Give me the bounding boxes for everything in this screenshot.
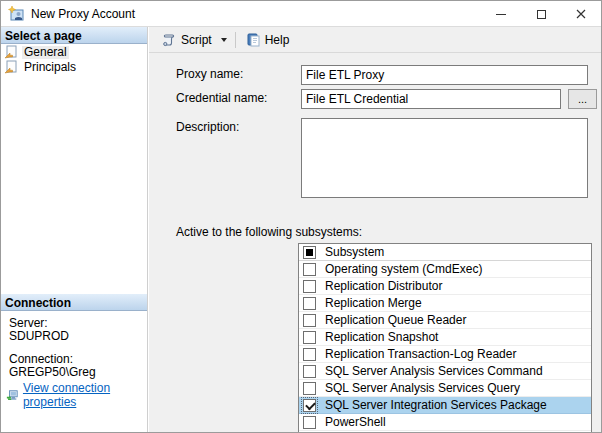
page-icon: [4, 60, 18, 74]
subsystem-label: Replication Transaction-Log Reader: [325, 347, 516, 362]
script-button[interactable]: Script: [156, 28, 217, 52]
sidebar-item-label: General: [22, 46, 69, 59]
subsystem-row[interactable]: Replication Queue Reader: [299, 312, 591, 329]
view-connection-properties-link[interactable]: View connection properties: [6, 381, 147, 409]
page-icon: [4, 45, 18, 59]
subsystem-row[interactable]: SQL Server Analysis Services Query: [299, 380, 591, 397]
connection-properties-icon: [6, 388, 19, 403]
window-titlebar: New Proxy Account: [1, 1, 601, 27]
subsystem-row[interactable]: SQL Server Integration Services Package: [299, 397, 591, 414]
credential-name-input[interactable]: [301, 89, 561, 109]
subsystem-row[interactable]: PowerShell: [299, 414, 591, 431]
server-value: SDUPROD: [9, 330, 69, 343]
connection-value: GREGP50\Greg: [9, 366, 96, 379]
new-proxy-account-dialog: New Proxy Account Select a page General …: [0, 0, 602, 433]
script-dropdown-button[interactable]: [217, 35, 231, 45]
subsystem-checkbox[interactable]: [303, 331, 316, 344]
subsystem-row[interactable]: Replication Transaction-Log Reader: [299, 346, 591, 363]
main-panel: Script Help Proxy name: Credential name:…: [149, 27, 601, 432]
toolbar-separator: [235, 32, 236, 48]
credential-browse-button[interactable]: ...: [568, 89, 597, 109]
subsystem-row[interactable]: Replication Merge: [299, 295, 591, 312]
subsystem-column-header: Subsystem: [325, 245, 384, 260]
window-title: New Proxy Account: [31, 7, 135, 21]
description-label: Description:: [176, 120, 239, 134]
maximize-button[interactable]: [521, 1, 561, 27]
subsystems-caption: Active to the following subsystems:: [176, 225, 362, 239]
proxy-name-input[interactable]: [301, 65, 588, 85]
subsystem-row[interactable]: Replication Snapshot: [299, 329, 591, 346]
sidebar-item-label: Principals: [22, 61, 78, 74]
subsystem-checkbox[interactable]: [303, 297, 316, 310]
subsystem-label: Replication Snapshot: [325, 330, 438, 345]
subsystem-checkbox[interactable]: [303, 348, 316, 361]
minimize-icon: [496, 14, 506, 15]
subsystem-checkbox[interactable]: [303, 399, 316, 412]
script-button-label: Script: [181, 33, 212, 47]
subsystem-row[interactable]: Operating system (CmdExec): [299, 261, 591, 278]
subsystem-checkbox[interactable]: [303, 314, 316, 327]
chevron-down-icon: [221, 38, 227, 42]
select-all-checkbox[interactable]: [303, 246, 316, 259]
subsystem-checkbox[interactable]: [303, 263, 316, 276]
close-icon: [576, 9, 586, 19]
subsystem-label: Replication Queue Reader: [325, 313, 466, 328]
subsystem-list-body: Operating system (CmdExec)Replication Di…: [299, 261, 591, 431]
subsystem-row[interactable]: Replication Distributor: [299, 278, 591, 295]
toolbar: Script Help: [149, 27, 601, 53]
subsystem-list: Subsystem Operating system (CmdExec)Repl…: [298, 243, 592, 433]
subsystem-row[interactable]: SQL Server Analysis Services Command: [299, 363, 591, 380]
help-button-label: Help: [265, 33, 290, 47]
proxy-account-icon: [8, 6, 24, 22]
help-button[interactable]: Help: [240, 28, 295, 52]
subsystem-label: SQL Server Analysis Services Query: [325, 381, 520, 396]
view-connection-properties-label: View connection properties: [23, 381, 147, 409]
sidebar: Select a page General Principals Connect…: [1, 27, 148, 432]
subsystem-label: Replication Merge: [325, 296, 422, 311]
credential-name-label: Credential name:: [176, 91, 267, 105]
select-a-page-header: Select a page: [1, 27, 147, 44]
maximize-icon: [537, 10, 546, 19]
description-textarea[interactable]: [301, 118, 588, 198]
proxy-name-label: Proxy name:: [176, 67, 243, 81]
sidebar-item-general[interactable]: General: [1, 45, 147, 59]
subsystem-label: Replication Distributor: [325, 279, 442, 294]
subsystem-label: SQL Server Integration Services Package: [325, 398, 547, 413]
subsystem-checkbox[interactable]: [303, 365, 316, 378]
script-icon: [161, 32, 177, 48]
connection-header: Connection: [1, 294, 147, 311]
subsystem-label: Operating system (CmdExec): [325, 262, 482, 277]
subsystem-list-header[interactable]: Subsystem: [299, 244, 591, 261]
subsystem-label: PowerShell: [325, 415, 386, 430]
help-icon: [245, 32, 261, 48]
subsystem-checkbox[interactable]: [303, 280, 316, 293]
subsystem-checkbox[interactable]: [303, 382, 316, 395]
close-button[interactable]: [561, 1, 601, 27]
minimize-button[interactable]: [481, 1, 521, 27]
sidebar-item-principals[interactable]: Principals: [1, 60, 147, 74]
subsystem-label: SQL Server Analysis Services Command: [325, 364, 543, 379]
subsystem-checkbox[interactable]: [303, 416, 316, 429]
